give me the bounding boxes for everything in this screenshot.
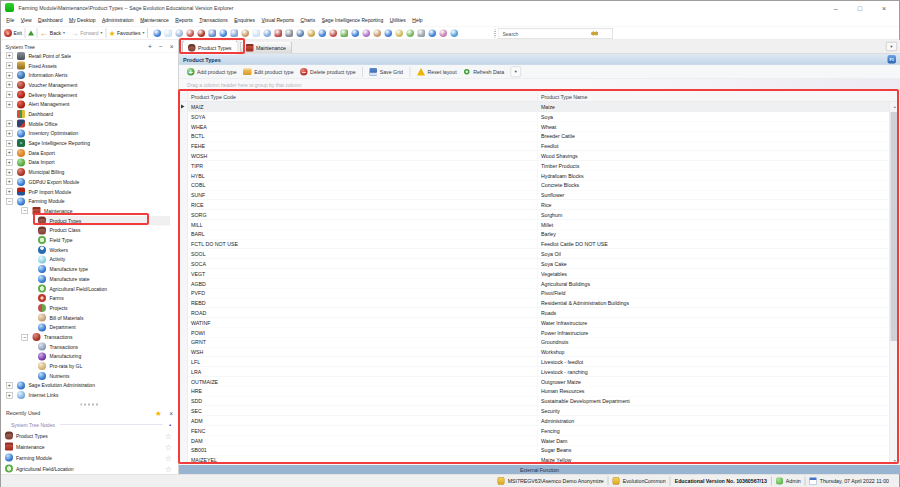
tree-item-mobile-office[interactable]: +Mobile Office	[1, 119, 178, 129]
edit-product-type-button[interactable]: Edit product type	[243, 69, 293, 76]
expand-toggle-icon[interactable]: +	[6, 382, 13, 389]
scroll-up-icon[interactable]: ▲	[890, 102, 900, 111]
tree-item-product-class[interactable]: Product Class	[1, 226, 178, 236]
globe-icon[interactable]	[385, 29, 393, 37]
cell-product-type-code[interactable]: SOYA	[188, 112, 538, 121]
tree-item-sage-intelligence-reporting[interactable]: +xSage Intelligence Reporting	[1, 138, 178, 148]
recent-item-maintenance[interactable]: Maintenance☆	[1, 441, 178, 452]
grid-row-dam[interactable]: DAMWater Dam	[179, 436, 889, 446]
cell-product-type-name[interactable]: Sugar Beans	[538, 445, 889, 454]
grid-row-lra[interactable]: LRALivestock - ranching	[179, 367, 889, 377]
document-icon[interactable]	[165, 29, 173, 37]
tree-item-data-import[interactable]: +Data Import	[1, 158, 178, 168]
tree-item-fixed-assets[interactable]: +Fixed Assets	[1, 61, 178, 71]
expand-toggle-icon[interactable]: +	[6, 159, 13, 166]
cell-product-type-name[interactable]: Water Dam	[538, 436, 889, 445]
cell-product-type-code[interactable]: FCTL DO NOT USE	[188, 239, 538, 248]
expand-toggle-icon[interactable]: +	[6, 150, 13, 157]
alert-icon[interactable]	[187, 29, 195, 37]
menu-item-help[interactable]: Help	[409, 17, 426, 23]
tree-item-maintenance[interactable]: −Maintenance	[1, 206, 178, 216]
tools-icon[interactable]	[198, 29, 206, 37]
tree-item-voucher-management[interactable]: +Voucher Management	[1, 80, 178, 90]
close-button[interactable]: ×	[882, 4, 886, 13]
grid-row-road[interactable]: ROADRoads	[179, 308, 889, 318]
grid-row-soca[interactable]: SOCASoya Cake	[179, 259, 889, 269]
grid-row-sool[interactable]: SOOLSoya Oil	[179, 249, 889, 259]
cell-product-type-name[interactable]: Residential & Administration Buildings	[538, 298, 889, 307]
cell-product-type-name[interactable]: Vegetables	[538, 269, 889, 278]
menu-item-charts[interactable]: Charts	[297, 17, 318, 23]
cell-product-type-name[interactable]: Rice	[538, 200, 889, 209]
cell-product-type-code[interactable]: BARL	[188, 230, 538, 239]
globe-icon[interactable]	[220, 29, 228, 37]
cell-product-type-code[interactable]: OUTMAIZE	[188, 377, 538, 386]
cell-product-type-code[interactable]: SOCA	[188, 259, 538, 268]
cell-product-type-name[interactable]: Human Resources	[538, 387, 889, 396]
menu-item-dashboard[interactable]: Dashboard	[35, 17, 66, 23]
grid-row-mill[interactable]: MILLMillet	[179, 220, 889, 230]
grid-row-fenc[interactable]: FENCFencing	[179, 426, 889, 436]
cell-product-type-name[interactable]: Sunflower	[538, 190, 889, 199]
tree-item-field-type[interactable]: Field Type	[1, 235, 178, 245]
grid-row-hybl[interactable]: HYBLHydrafoam Blocks	[179, 171, 889, 181]
gears-icon[interactable]	[297, 29, 305, 37]
grape-icon[interactable]	[363, 29, 371, 37]
search-icon[interactable]	[591, 31, 599, 37]
expand-toggle-icon[interactable]: +	[6, 101, 13, 108]
back-dropdown-icon[interactable]: ▾	[63, 31, 65, 36]
scroll-thumb[interactable]	[891, 112, 900, 341]
tree-item-internet-links[interactable]: +Internet Links	[1, 390, 178, 400]
cell-product-type-code[interactable]: GRNT	[188, 338, 538, 347]
cell-product-type-code[interactable]: SUNF	[188, 190, 538, 199]
section-collapse-icon[interactable]: ▲	[168, 422, 172, 426]
up-level-button[interactable]	[28, 31, 34, 36]
cell-product-type-code[interactable]: WSH	[188, 347, 538, 356]
cell-product-type-name[interactable]: Sustainable Development Department	[538, 396, 889, 405]
cell-product-type-name[interactable]: Feedlot	[538, 141, 889, 150]
menu-item-reports[interactable]: Reports	[172, 17, 196, 23]
tree-item-manufacture-type[interactable]: Manufacture type	[1, 264, 178, 274]
cell-product-type-code[interactable]: SDD	[188, 396, 538, 405]
cell-product-type-name[interactable]: Roads	[538, 308, 889, 317]
expand-toggle-icon[interactable]: +	[6, 392, 13, 399]
grid-row-wosh[interactable]: WOSHWood Shavings	[179, 151, 889, 161]
favourites-dropdown-icon[interactable]: ▾	[142, 31, 144, 36]
star-icon[interactable]: ☆	[165, 442, 172, 452]
cell-product-type-name[interactable]: Pivot/Field	[538, 288, 889, 297]
chart-icon[interactable]	[341, 29, 349, 37]
expand-toggle-icon[interactable]: +	[6, 130, 13, 137]
forward-dropdown-icon[interactable]: ▾	[100, 31, 102, 36]
tree-item-inventory-optimisation[interactable]: +Inventory Optimisation	[1, 129, 178, 139]
expand-toggle-icon[interactable]: +	[6, 62, 13, 69]
tree-item-delivery-management[interactable]: +Delivery Management	[1, 90, 178, 100]
alert-icon[interactable]	[330, 29, 338, 37]
reset-layout-button[interactable]: Reset layout	[417, 68, 457, 76]
cell-product-type-code[interactable]: DAM	[188, 436, 538, 445]
cell-product-type-name[interactable]: Power Infrastructure	[538, 328, 889, 337]
cell-product-type-name[interactable]: Feedlot Cattle DO NOT USE	[538, 239, 889, 248]
tree-item-pro-rata-by-gl[interactable]: Pro-rata by GL	[1, 361, 178, 371]
grid-row-barl[interactable]: BARLBarley	[179, 230, 889, 240]
cell-product-type-name[interactable]: Livestock - feedlot	[538, 357, 889, 366]
grid-row-rice[interactable]: RICERice	[179, 200, 889, 210]
cube-icon[interactable]	[231, 29, 239, 37]
globe-icon[interactable]	[352, 29, 360, 37]
link-icon[interactable]	[440, 29, 448, 37]
menu-item-maintenance[interactable]: Maintenance	[137, 17, 172, 23]
cell-product-type-name[interactable]: Soya	[538, 112, 889, 121]
tree-item-municipal-billing[interactable]: +Municipal Billing	[1, 167, 178, 177]
grid-row-wsh[interactable]: WSHWorkshop	[179, 347, 889, 357]
cell-product-type-code[interactable]: RICE	[188, 200, 538, 209]
cell-product-type-code[interactable]: AGBD	[188, 279, 538, 288]
grid-row-watinf[interactable]: WATINFWater Infrastructure	[179, 318, 889, 328]
cell-product-type-code[interactable]: COBL	[188, 181, 538, 190]
printer-icon[interactable]	[418, 29, 426, 37]
cell-product-type-code[interactable]: ROAD	[188, 308, 538, 317]
menu-item-transactions[interactable]: Transactions	[196, 17, 231, 23]
close-panel-button[interactable]: ×	[170, 43, 174, 51]
recent-item-product-types[interactable]: Product Types☆	[1, 430, 178, 441]
cell-product-type-name[interactable]: Wheat	[538, 122, 889, 131]
cell-product-type-code[interactable]: WHEA	[188, 122, 538, 131]
tree-item-pnp-import-module[interactable]: +PnP Import Module	[1, 187, 178, 197]
